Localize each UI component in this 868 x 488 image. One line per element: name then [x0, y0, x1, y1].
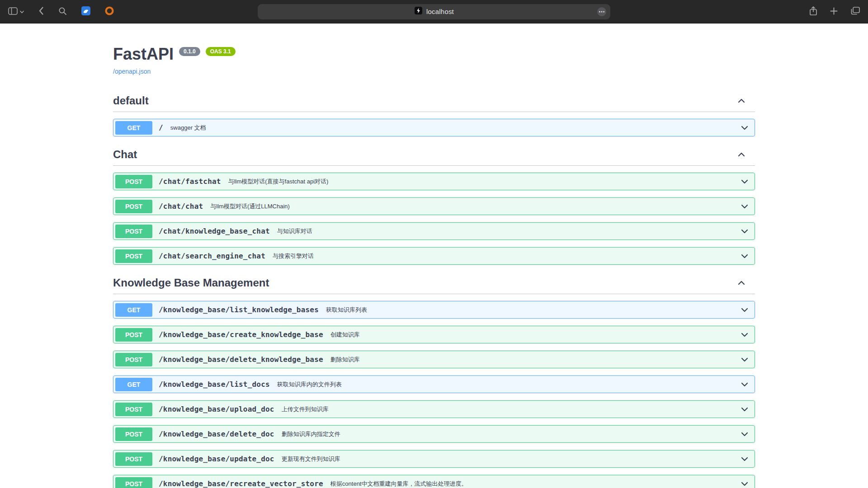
- operation-description: swagger 文档: [170, 124, 740, 132]
- operation-description: 与搜索引擎对话: [273, 252, 740, 260]
- operation-row[interactable]: POST /knowledge_base/delete_doc 删除知识库内指定…: [113, 425, 755, 443]
- api-title: FastAPI 0.1.0 OAS 3.1: [113, 46, 755, 62]
- tab-overview-icon: [850, 7, 860, 17]
- tag-section: Knowledge Base Management GET /knowledge…: [113, 272, 755, 488]
- operation-row[interactable]: GET /knowledge_base/list_docs 获取知识库内的文件列…: [113, 375, 755, 393]
- operation-row[interactable]: GET /knowledge_base/list_knowledge_bases…: [113, 301, 755, 319]
- method-badge: GET: [115, 121, 152, 135]
- search-button[interactable]: [57, 5, 69, 19]
- method-badge: POST: [115, 477, 152, 488]
- api-title-text: FastAPI: [113, 46, 174, 62]
- tag-header[interactable]: default: [113, 90, 755, 112]
- operation-row[interactable]: POST /chat/knowledge_base_chat 与知识库对话: [113, 222, 755, 240]
- operation-description: 获取知识库列表: [326, 306, 740, 314]
- method-badge: POST: [115, 452, 152, 466]
- operation-path: /knowledge_base/upload_doc: [159, 405, 274, 413]
- operation-path: /knowledge_base/update_doc: [159, 455, 274, 463]
- tag-header[interactable]: Knowledge Base Management: [113, 272, 755, 294]
- operation-description: 创建知识库: [330, 331, 740, 339]
- tag-section: default GET / swagger 文档: [113, 90, 755, 136]
- operation-description: 删除知识库: [330, 356, 740, 364]
- address-bar[interactable]: localhost: [258, 4, 610, 19]
- section-title: Chat: [113, 148, 137, 161]
- expand-operation-icon[interactable]: [740, 380, 749, 389]
- section-operations: GET / swagger 文档: [113, 112, 755, 136]
- operation-description: 删除知识库内指定文件: [282, 430, 740, 438]
- url-text: localhost: [426, 8, 454, 15]
- operation-row[interactable]: POST /knowledge_base/create_knowledge_ba…: [113, 326, 755, 343]
- operation-path: /chat/search_engine_chat: [159, 252, 265, 260]
- operation-path: /chat/knowledge_base_chat: [159, 227, 270, 235]
- operation-row[interactable]: POST /knowledge_base/update_doc 更新现有文件到知…: [113, 450, 755, 468]
- extension-orange-button[interactable]: [103, 5, 116, 19]
- operation-path: /knowledge_base/delete_doc: [159, 430, 274, 438]
- version-badge: 0.1.0: [179, 47, 200, 56]
- method-badge: POST: [115, 353, 152, 366]
- collapse-section-icon[interactable]: [737, 278, 746, 287]
- operation-row[interactable]: GET / swagger 文档: [113, 119, 755, 136]
- expand-operation-icon[interactable]: [740, 177, 749, 186]
- new-tab-button[interactable]: [828, 5, 840, 18]
- operation-row[interactable]: POST /knowledge_base/recreate_vector_sto…: [113, 475, 755, 488]
- openapi-spec-link[interactable]: /openapi.json: [113, 68, 151, 75]
- extension-orange-icon: [105, 6, 114, 17]
- method-badge: GET: [115, 378, 152, 391]
- expand-operation-icon[interactable]: [740, 305, 749, 314]
- page-menu-button[interactable]: [597, 7, 607, 18]
- operation-row[interactable]: POST /chat/chat 与llm模型对话(通过LLMChain): [113, 197, 755, 215]
- sidebar-icon: [8, 7, 18, 16]
- tab-overview-button[interactable]: [849, 5, 862, 19]
- operation-description: 与知识库对话: [277, 227, 740, 235]
- operation-row[interactable]: POST /chat/search_engine_chat 与搜索引擎对话: [113, 247, 755, 265]
- share-icon: [809, 6, 817, 17]
- expand-operation-icon[interactable]: [740, 455, 749, 464]
- operation-description: 获取知识库内的文件列表: [277, 380, 740, 389]
- expand-operation-icon[interactable]: [740, 430, 749, 439]
- method-badge: POST: [115, 200, 152, 213]
- operation-description: 与llm模型对话(直接与fastchat api对话): [228, 178, 740, 186]
- method-badge: GET: [115, 303, 152, 317]
- expand-operation-icon[interactable]: [740, 202, 749, 211]
- section-title: Knowledge Base Management: [113, 277, 269, 289]
- section-operations: GET /knowledge_base/list_knowledge_bases…: [113, 294, 755, 488]
- operation-path: /knowledge_base/delete_knowledge_base: [159, 355, 323, 364]
- expand-operation-icon[interactable]: [740, 405, 749, 414]
- operation-row[interactable]: POST /knowledge_base/upload_doc 上传文件到知识库: [113, 400, 755, 418]
- share-button[interactable]: [807, 4, 819, 19]
- operation-path: /chat/chat: [159, 202, 203, 211]
- toolbar-left-group: [6, 5, 258, 19]
- expand-operation-icon[interactable]: [740, 355, 749, 364]
- api-info: FastAPI 0.1.0 OAS 3.1 /openapi.json: [113, 46, 755, 75]
- operation-path: /knowledge_base/recreate_vector_store: [159, 479, 323, 488]
- operation-row[interactable]: POST /chat/fastchat 与llm模型对话(直接与fastchat…: [113, 173, 755, 190]
- method-badge: POST: [115, 403, 152, 416]
- tag-header[interactable]: Chat: [113, 144, 755, 166]
- operation-description: 根据content中文档重建向量库，流式输出处理进度。: [330, 480, 740, 488]
- expand-operation-icon[interactable]: [740, 123, 749, 132]
- search-icon: [58, 7, 67, 17]
- extension-blue-button[interactable]: [80, 5, 92, 19]
- method-badge: POST: [115, 328, 152, 342]
- extension-blue-icon: [81, 6, 90, 17]
- operation-description: 更新现有文件到知识库: [282, 455, 740, 463]
- operation-path: /chat/fastchat: [159, 177, 221, 186]
- operation-description: 与llm模型对话(通过LLMChain): [210, 202, 740, 211]
- expand-operation-icon[interactable]: [740, 330, 749, 339]
- tag-section: Chat POST /chat/fastchat 与llm模型对话(直接与fas…: [113, 144, 755, 265]
- expand-operation-icon[interactable]: [740, 252, 749, 261]
- collapse-section-icon[interactable]: [737, 150, 746, 159]
- operation-row[interactable]: POST /knowledge_base/delete_knowledge_ba…: [113, 351, 755, 368]
- oas-badge: OAS 3.1: [206, 47, 236, 56]
- operation-path: /knowledge_base/list_knowledge_bases: [159, 305, 319, 314]
- expand-operation-icon[interactable]: [740, 479, 749, 488]
- back-button[interactable]: [37, 5, 46, 19]
- method-badge: POST: [115, 225, 152, 238]
- section-title: default: [113, 94, 149, 107]
- method-badge: POST: [115, 427, 152, 441]
- collapse-section-icon[interactable]: [737, 96, 746, 105]
- expand-operation-icon[interactable]: [740, 227, 749, 236]
- section-operations: POST /chat/fastchat 与llm模型对话(直接与fastchat…: [113, 166, 755, 265]
- sidebar-toggle-button[interactable]: [6, 5, 26, 18]
- method-badge: POST: [115, 249, 152, 263]
- operation-path: /knowledge_base/list_docs: [159, 380, 270, 389]
